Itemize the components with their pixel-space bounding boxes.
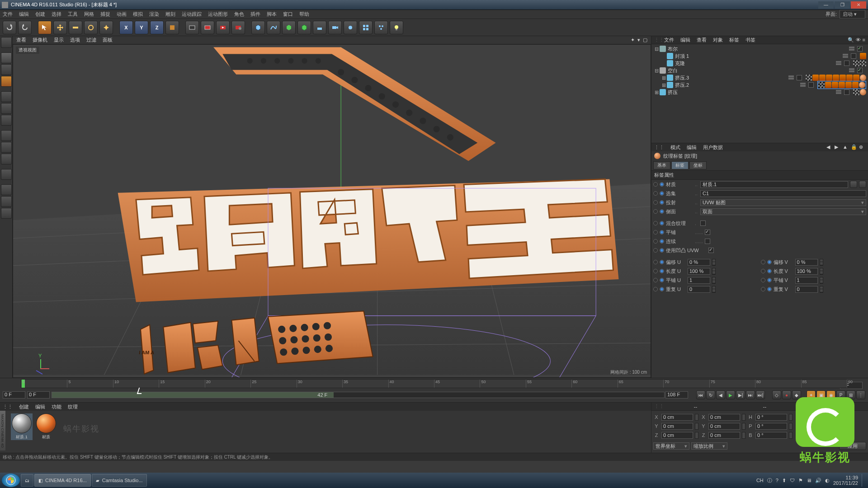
panel-menu-item[interactable]: 编辑 — [687, 144, 697, 151]
tag-icon[interactable] — [860, 53, 866, 59]
tray-icon[interactable]: 🛡 — [790, 478, 795, 483]
mix-checkbox[interactable] — [700, 221, 706, 226]
menu-item[interactable]: 脚本 — [267, 11, 277, 18]
prev-frame-button[interactable]: ◀ — [716, 390, 725, 399]
viewmenu-item[interactable]: 选项 — [70, 37, 80, 43]
new-icon[interactable]: ⊕ — [859, 144, 865, 150]
make-editable-button[interactable] — [1, 37, 12, 48]
z-axis-button[interactable]: Z — [150, 21, 164, 34]
texture-mode-button[interactable] — [1, 64, 12, 75]
environment-button[interactable] — [313, 21, 326, 34]
expand-icon[interactable]: ⊞ — [654, 89, 659, 95]
scale-button[interactable] — [69, 21, 82, 34]
light-button[interactable] — [344, 21, 357, 34]
length-u-input[interactable]: 100 % — [688, 268, 710, 275]
nav-up-icon[interactable]: ▲ — [843, 144, 849, 150]
lock-icon[interactable]: 🔒 — [851, 144, 857, 150]
side-select[interactable]: 双面 — [700, 208, 866, 215]
viewport[interactable]: 透视视图 — [13, 44, 651, 378]
workplane-lock-button[interactable] — [1, 169, 12, 180]
camera-button[interactable] — [328, 21, 342, 34]
poly-mode-button[interactable] — [1, 115, 12, 126]
menu-item[interactable]: 运动跟踪 — [182, 11, 202, 18]
live-select-button[interactable] — [38, 21, 52, 34]
expand-icon[interactable]: ⊞ — [661, 82, 666, 88]
filter-icon[interactable]: ≡ — [863, 37, 865, 43]
panel-menu-item[interactable]: 编辑 — [35, 404, 45, 410]
enable-checkbox[interactable] — [797, 75, 802, 80]
menu-item[interactable]: 帮助 — [299, 11, 309, 18]
spline-button[interactable] — [267, 21, 280, 34]
material-item[interactable]: 材质.1 — [11, 413, 33, 440]
object-name[interactable]: 空白 — [667, 67, 679, 74]
tree-row[interactable]: 封顶 1 — [653, 52, 866, 60]
tag-icon[interactable] — [859, 82, 865, 88]
tree-row[interactable]: ⊞挤压.2 — [653, 81, 866, 89]
tag-icon[interactable] — [852, 82, 859, 88]
viewmenu-item[interactable]: 查看 — [16, 37, 26, 43]
edge-mode-button[interactable] — [1, 103, 12, 114]
menu-item[interactable]: 工具 — [68, 11, 78, 18]
menu-item[interactable]: 插件 — [250, 11, 260, 18]
panel-menu-item[interactable]: 查看 — [697, 37, 707, 43]
selection-field[interactable]: C1 — [700, 190, 866, 197]
tree-row[interactable]: 克隆 — [653, 60, 866, 67]
axis-mode-button[interactable] — [1, 130, 12, 141]
render-pv-button[interactable] — [216, 21, 230, 34]
size-y-input[interactable]: 0 cm — [708, 423, 740, 430]
tag-icon[interactable] — [853, 75, 859, 81]
tree-row[interactable]: ⊟空白 — [653, 67, 866, 74]
menu-item[interactable]: 渲染 — [149, 11, 159, 18]
tag-icon[interactable] — [860, 89, 866, 95]
view-config-icon[interactable]: ✦ — [631, 37, 635, 43]
panel-menu-item[interactable]: 创建 — [19, 404, 29, 410]
taskbar-explorer[interactable]: 🗂 — [21, 474, 33, 487]
menu-item[interactable]: 模拟 — [133, 11, 143, 18]
start-button[interactable] — [2, 474, 20, 487]
render-region-button[interactable] — [201, 21, 214, 34]
apply-button[interactable]: 应用 — [839, 442, 866, 450]
timeline-ruler[interactable]: 051015202530354045505560657075808590 — [21, 379, 847, 388]
deformer-button[interactable] — [297, 21, 311, 34]
coord-scale-select[interactable]: 缩放比例 — [691, 442, 727, 450]
tile-v-input[interactable]: 1 — [795, 277, 818, 284]
rotate-button[interactable] — [84, 21, 98, 34]
keyframe-button[interactable]: ◆ — [792, 390, 801, 399]
panel-menu-item[interactable]: 编辑 — [680, 37, 690, 43]
attribute-tab[interactable]: 坐标 — [689, 161, 707, 169]
expand-icon[interactable]: ⊞ — [661, 75, 666, 81]
tag-icon[interactable] — [853, 89, 859, 95]
key-scale-button[interactable]: ▣ — [816, 390, 826, 399]
goto-start-button[interactable]: ⏮ — [696, 390, 705, 399]
tray-icon[interactable]: ⚑ — [798, 478, 803, 483]
rot-h-input[interactable]: 0 ° — [755, 414, 787, 421]
model-mode-button[interactable] — [1, 52, 12, 63]
key-opt-button[interactable]: ⋮ — [856, 390, 865, 399]
search-icon[interactable]: 🔍 — [848, 37, 854, 43]
offset-v-input[interactable]: 0 % — [795, 259, 818, 266]
y-axis-button[interactable]: Y — [135, 21, 148, 34]
generator-button[interactable] — [282, 21, 296, 34]
tag-icon[interactable] — [826, 75, 832, 81]
enable-checkbox[interactable] — [844, 61, 849, 66]
menu-item[interactable]: 选择 — [52, 11, 61, 18]
view-max-icon[interactable]: ▢ — [643, 37, 647, 43]
visibility-toggle[interactable] — [788, 75, 794, 80]
maximize-button[interactable]: ❐ — [835, 1, 850, 9]
panel-menu-item[interactable]: 对象 — [713, 37, 723, 43]
seam-checkbox[interactable] — [705, 239, 710, 244]
length-v-input[interactable]: 100 % — [795, 268, 818, 275]
tag-icon[interactable] — [819, 75, 826, 81]
object-name[interactable]: 克隆 — [674, 60, 686, 67]
repeat-v-input[interactable]: 0 — [795, 286, 818, 293]
menu-item[interactable]: 创建 — [35, 11, 45, 18]
clock[interactable]: 11:392017/11/22 — [833, 475, 858, 486]
coord-system-button[interactable] — [165, 21, 179, 34]
tag-icon[interactable] — [833, 75, 839, 81]
tree-row[interactable]: ⊟布尔 — [653, 45, 866, 52]
frame-start-input[interactable]: 0 F — [3, 391, 25, 399]
menu-item[interactable]: 运动图形 — [208, 11, 228, 18]
tree-row[interactable]: ⊞挤压 — [653, 89, 866, 96]
panel-menu-item[interactable]: 功能 — [52, 404, 61, 410]
visibility-toggle[interactable] — [849, 47, 854, 51]
